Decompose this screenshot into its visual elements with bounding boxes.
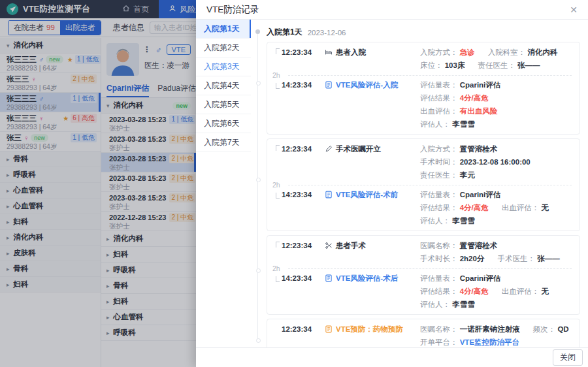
record-field: 开单平台： VTE监控防治平台 xyxy=(420,337,519,347)
doc-blue-icon xyxy=(325,191,333,199)
field-label: 评估结果： xyxy=(420,287,458,295)
field-label: 手术时间： xyxy=(420,158,458,166)
timeline-card: 12:23:34 VTE预防：药物预防 医嘱名称： 一诺肝素钠注射液 频次： Q… xyxy=(267,319,580,347)
field-value: 李元 xyxy=(460,171,475,179)
pen-icon xyxy=(325,145,333,153)
timeline-card: 12:23:34 患者入院 入院方式： 急诊 入院科室： 消化内科 xyxy=(267,42,580,135)
record-field: 入院方式： 急诊 xyxy=(420,47,475,57)
doc-blue-icon xyxy=(325,81,333,89)
field-label: 评估人： xyxy=(420,120,450,128)
field-label: 评估人： xyxy=(420,300,450,308)
gap-duration: 2h xyxy=(272,264,288,272)
event-name: 患者手术 xyxy=(336,240,366,251)
event-time: 14:23:34 xyxy=(275,80,325,90)
field-value: VTE监控防治平台 xyxy=(460,338,519,346)
field-value: 张—— xyxy=(517,61,540,69)
record-field: 入院方式： 置管溶栓术 xyxy=(420,144,497,154)
field-value: Cparini评估 xyxy=(460,274,501,282)
field-label: 出血评估： xyxy=(502,204,540,212)
field-value: 置管溶栓术 xyxy=(460,145,498,153)
field-label: 出血评估： xyxy=(420,107,458,115)
field-label: 评估结果： xyxy=(420,204,458,212)
event-link[interactable]: VTE预防：药物预防 xyxy=(325,324,420,334)
record-field: 评估结果： 4分/高危 xyxy=(420,202,489,213)
record-field: 评估人： 李雪雪 xyxy=(420,299,572,310)
field-label: 开单平台： xyxy=(420,338,458,346)
day-menu-item[interactable]: 入院第3天 xyxy=(196,57,251,76)
event-link: 手术医嘱开立 xyxy=(325,144,420,154)
field-label: 评估量表： xyxy=(420,81,458,89)
record-field: 评估量表： Cparini评估 xyxy=(420,80,500,90)
day-date: 2023-12-06 xyxy=(308,29,346,37)
timeline-row: 14:23:34 VTE风险评估-入院 评估量表： Cparini评估 评估结果… xyxy=(275,80,572,129)
record-field: 出血评估： 无 xyxy=(502,202,549,213)
field-label: 医嘱名称： xyxy=(420,325,458,333)
field-value: 李雪雪 xyxy=(452,120,475,128)
field-label: 床位： xyxy=(420,61,443,69)
day-menu-item[interactable]: 入院第7天 xyxy=(196,133,251,152)
field-label: 手术时长： xyxy=(420,255,458,263)
field-label: 责任医生： xyxy=(478,61,515,69)
time-gap: 2h xyxy=(275,181,572,189)
record-field: 手术时间： 2023-12-08 16:00:00 xyxy=(420,157,531,167)
field-value: 一诺肝素钠注射液 xyxy=(460,325,520,333)
drawer-title: VTE防治记录 xyxy=(206,4,259,16)
field-label: 手术医生： xyxy=(497,255,535,263)
event-name: VTE风险评估-术后 xyxy=(336,273,398,283)
timeline-row: 12:23:34 患者入院 入院方式： 急诊 入院科室： 消化内科 xyxy=(275,47,572,71)
event-time: 14:23:34 xyxy=(275,273,325,283)
day-menu-item[interactable]: 入院第6天 xyxy=(196,114,251,133)
event-link[interactable]: VTE风险评估-术前 xyxy=(325,189,420,200)
field-value: 李雪雪 xyxy=(452,217,475,225)
field-value: Cparini评估 xyxy=(460,81,501,89)
gap-duration: 2h xyxy=(272,181,288,189)
record-field: 入院科室： 消化内科 xyxy=(488,47,558,57)
record-field: 评估量表： Cparini评估 xyxy=(420,273,500,283)
day-menu: 入院第1天入院第2天入院第3天入院第4天入院第5天入院第6天入院第7天 xyxy=(196,20,251,347)
timeline: 入院第1天 2023-12-06 12:23:34 患者入院 入院方式： 急诊 xyxy=(251,20,588,347)
bed-icon xyxy=(325,48,333,56)
record-field: 评估人： 李雪雪 xyxy=(420,119,572,129)
record-field: 医嘱名称： 置管溶栓术 xyxy=(420,240,497,251)
event-link: 患者手术 xyxy=(325,240,420,251)
event-time: 12:23:34 xyxy=(275,47,325,57)
record-field: 出血评估： 无 xyxy=(502,286,549,296)
event-link[interactable]: VTE风险评估-入院 xyxy=(325,80,420,90)
day-menu-item[interactable]: 入院第4天 xyxy=(196,76,251,95)
day-menu-item[interactable]: 入院第1天 xyxy=(196,20,251,39)
field-value: 4分/高危 xyxy=(460,204,489,212)
vte-record-drawer: VTE防治记录 ✕ 入院第1天入院第2天入院第3天入院第4天入院第5天入院第6天… xyxy=(196,0,588,367)
timeline-row: 14:23:34 VTE风险评估-术后 评估量表： Cparini评估 评估结果… xyxy=(275,273,572,310)
gap-dashed-line xyxy=(288,185,572,185)
doc-blue-icon xyxy=(325,274,333,282)
close-icon[interactable]: ✕ xyxy=(570,5,578,14)
field-label: 入院方式： xyxy=(420,145,458,153)
field-label: 入院方式： xyxy=(420,48,458,56)
scissors-icon xyxy=(325,242,333,249)
record-field: 出血评估： 有出血风险 xyxy=(420,106,497,116)
timeline-row: 12:23:34 VTE预防：药物预防 医嘱名称： 一诺肝素钠注射液 频次： Q… xyxy=(275,324,572,347)
field-label: 评估量表： xyxy=(420,274,458,282)
record-field: 责任医生： 李元 xyxy=(420,170,475,180)
close-button[interactable]: 关闭 xyxy=(553,349,583,366)
field-value: 无 xyxy=(542,287,549,295)
event-name: VTE预防：药物预防 xyxy=(336,324,403,334)
gap-dashed-line xyxy=(288,75,572,76)
day-title: 入院第1天 xyxy=(267,27,302,38)
field-value: 置管溶栓术 xyxy=(460,242,498,249)
event-link[interactable]: VTE风险评估-术后 xyxy=(325,273,420,283)
drawer-body: 入院第1天入院第2天入院第3天入院第4天入院第5天入院第6天入院第7天 入院第1… xyxy=(196,20,588,347)
field-value: 消化内科 xyxy=(527,48,557,56)
app-screen: VTE防控监测平台 首页 风险患者 在院患者 99 出院患者 患者信息 科室 xyxy=(0,0,588,367)
day-menu-item[interactable]: 入院第2天 xyxy=(196,39,251,57)
drawer-footer: 关闭 xyxy=(196,347,588,367)
time-gap: 2h xyxy=(275,71,572,79)
timeline-row: 12:23:34 患者手术 医嘱名称： 置管溶栓术 手术时长： 2h20分 xyxy=(275,240,572,264)
field-label: 责任医生： xyxy=(420,171,458,179)
event-time: 12:23:34 xyxy=(275,240,325,251)
field-value: 张—— xyxy=(537,255,560,263)
timeline-card: 12:23:34 手术医嘱开立 入院方式： 置管溶栓术 手术时间： 2023-1… xyxy=(267,138,580,231)
timeline-row: 12:23:34 手术医嘱开立 入院方式： 置管溶栓术 手术时间： 2023-1… xyxy=(275,144,572,180)
field-label: 入院科室： xyxy=(488,48,526,56)
day-menu-item[interactable]: 入院第5天 xyxy=(196,95,251,114)
